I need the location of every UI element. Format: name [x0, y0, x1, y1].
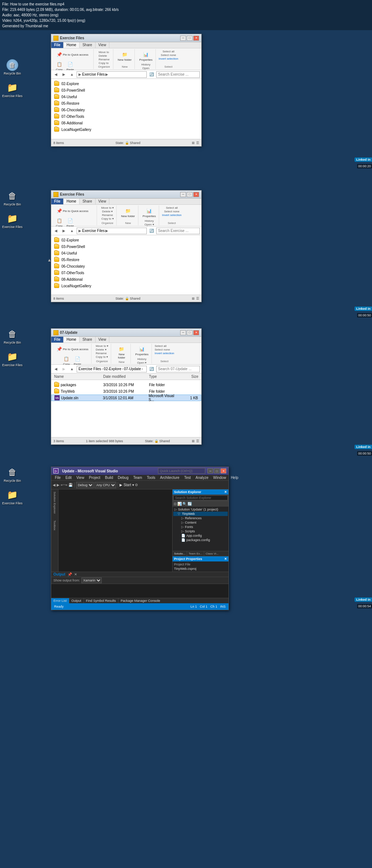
tab-view-3[interactable]: View	[96, 337, 110, 343]
back-btn-2[interactable]: ◀	[53, 228, 59, 234]
platform-select[interactable]: Any CPU	[94, 482, 116, 488]
up-btn-3[interactable]: ▲	[69, 366, 75, 372]
folder-item-2-7[interactable]: 08-Additional	[51, 276, 201, 283]
vs-minimize-btn[interactable]: ─	[207, 468, 213, 473]
menu-file[interactable]: File	[53, 475, 63, 480]
back-btn-3[interactable]: ◀	[53, 366, 59, 372]
folder-item-1-6[interactable]: 07-OtherTools	[51, 113, 201, 120]
se-references[interactable]: ▷ References	[173, 516, 228, 520]
se-refresh-btn[interactable]: 🔄	[187, 502, 192, 506]
tab-view-1[interactable]: View	[96, 42, 110, 48]
folder-item-2-6[interactable]: 07-OtherTools	[51, 269, 201, 276]
view-icon-3[interactable]: ⊞	[192, 439, 195, 443]
address-path-3[interactable]: Exercise Files › 02-Explore › 07-Update …	[77, 366, 147, 372]
pin-access-btn-2[interactable]: 📌 Pin to Quick access	[54, 206, 90, 216]
invert-selection-label-2[interactable]: Invert selection	[162, 213, 182, 217]
folder-item-1-5[interactable]: 06-Chocolatey	[51, 107, 201, 113]
minimize-btn-2[interactable]: ─	[180, 192, 186, 197]
new-folder-btn-1[interactable]: 📁 New folder	[116, 50, 133, 63]
properties-btn-1[interactable]: 📊 Properties	[138, 50, 154, 63]
vs-close-btn[interactable]: ✕	[221, 468, 226, 473]
back-btn-1[interactable]: ◀	[53, 71, 59, 78]
se-search-input[interactable]	[173, 495, 228, 500]
refresh-btn-2[interactable]: 🔄	[148, 228, 155, 234]
se-app-config[interactable]: 📄 App.config	[173, 533, 228, 538]
close-btn-1[interactable]: ✕	[193, 36, 199, 41]
recycle-bin-icon-3[interactable]: 🗑 Recycle Bin	[1, 328, 23, 344]
start-btn[interactable]: ▶ Start ▾	[120, 483, 134, 487]
se-tab-teamex[interactable]: Team Ex...	[187, 551, 204, 556]
forward-btn-1[interactable]: ▶	[61, 71, 67, 78]
minimize-btn-1[interactable]: ─	[180, 36, 186, 41]
tab-file-2[interactable]: File	[51, 199, 64, 204]
se-show-all-btn[interactable]: 🔍	[182, 502, 187, 506]
recycle-bin-icon-1[interactable]: 🗑 Recycle Bin	[1, 59, 23, 75]
file-row-3-3[interactable]: VS Update.sln 3/1/2016 12:01 AM Microsof…	[51, 395, 201, 401]
se-close-btn[interactable]: ✕	[224, 490, 227, 494]
close-btn-3[interactable]: ✕	[193, 330, 199, 335]
properties-btn-2[interactable]: 📊 Properties	[141, 206, 157, 219]
search-input-2[interactable]	[156, 228, 200, 234]
menu-tools[interactable]: Tools	[145, 475, 157, 480]
output-pin[interactable]: 📌	[68, 572, 72, 576]
menu-help[interactable]: Help	[229, 475, 240, 480]
se-project-tinyweb[interactable]: ▽ TinyWeb	[173, 512, 228, 516]
folder-item-1-3[interactable]: 04-Useful	[51, 93, 201, 100]
properties-btn-3[interactable]: 📊 Properties	[134, 344, 150, 357]
tab-share-1[interactable]: Share	[80, 42, 96, 48]
menu-project[interactable]: Project	[87, 475, 102, 480]
tab-home-2[interactable]: Home	[64, 199, 80, 204]
recycle-bin-icon-4[interactable]: 🗑 Recycle Bin	[1, 467, 23, 483]
folder-item-2-1[interactable]: 02-Explore	[51, 237, 201, 243]
se-tab-solution[interactable]: Solutio...	[173, 551, 187, 556]
se-content[interactable]: ▷ Content	[173, 520, 228, 525]
pp-close-btn[interactable]: ✕	[224, 557, 227, 561]
forward-btn-3[interactable]: ▶	[61, 366, 67, 372]
address-path-1[interactable]: ▶ Exercise Files ▶	[77, 71, 147, 78]
refresh-btn-3[interactable]: 🔄	[148, 366, 155, 372]
menu-view[interactable]: View	[74, 475, 86, 480]
tab-error-list[interactable]: Error List	[51, 598, 69, 603]
se-collapse-all-btn[interactable]: ⊟	[174, 502, 177, 506]
folder-item-1-7[interactable]: 08-Additional	[51, 120, 201, 126]
folder-item-2-8[interactable]: LocalNugetGallery	[51, 283, 201, 289]
menu-edit[interactable]: Edit	[63, 475, 74, 480]
tab-package-manager[interactable]: Package Manager Console	[118, 598, 162, 603]
pin-access-btn-1[interactable]: 📌 Pin to Quick access	[54, 50, 90, 59]
solution-explorer-sidebar-btn[interactable]: Solution Explorer	[52, 491, 57, 515]
menu-architecture[interactable]: Architecture	[158, 475, 182, 480]
tab-home-3[interactable]: Home	[64, 337, 80, 343]
up-btn-1[interactable]: ▲	[69, 71, 75, 78]
close-btn-2[interactable]: ✕	[193, 192, 199, 197]
se-scripts[interactable]: ▷ Scripts	[173, 529, 228, 533]
folder-item-2-2[interactable]: 03-PowerShell	[51, 243, 201, 250]
menu-team[interactable]: Team	[131, 475, 144, 480]
tab-output[interactable]: Output	[69, 598, 84, 603]
search-input-1[interactable]	[156, 71, 200, 78]
exercise-files-icon-1[interactable]: 📁 Exercise Files	[1, 82, 23, 98]
debug-config-select[interactable]: Debug	[76, 482, 94, 488]
vs-maximize-btn[interactable]: □	[214, 468, 220, 473]
view-list-icon-3[interactable]: ☰	[196, 439, 199, 443]
folder-item-2-4[interactable]: 05-Restore	[51, 256, 201, 263]
col-header-date[interactable]: Date modified	[103, 375, 147, 379]
invert-selection-3[interactable]: Invert selection	[155, 352, 174, 355]
forward-btn-2[interactable]: ▶	[61, 228, 67, 234]
menu-debug[interactable]: Debug	[116, 475, 130, 480]
toolbox-sidebar-btn[interactable]: Toolbox	[52, 520, 57, 531]
file-row-3-1[interactable]: packages 3/3/2016 10:26 PM File folder	[51, 381, 201, 388]
address-path-2[interactable]: ▶ Exercise Files ▶	[77, 228, 147, 234]
refresh-btn-1[interactable]: 🔄	[148, 71, 155, 78]
exercise-files-icon-4[interactable]: 📁 Exercise Files	[1, 489, 23, 505]
folder-item-1-8[interactable]: LocalNugetGallery	[51, 126, 201, 133]
exercise-files-icon-2[interactable]: 📁 Exercise Files	[1, 213, 23, 229]
recycle-bin-icon-2[interactable]: 🗑 Recycle Bin	[1, 190, 23, 206]
folder-item-1-1[interactable]: 02-Explore	[51, 80, 201, 87]
maximize-btn-1[interactable]: □	[187, 36, 193, 41]
exercise-files-icon-3[interactable]: 📁 Exercise Files	[1, 351, 23, 367]
search-input-3[interactable]	[156, 366, 200, 372]
col-header-type[interactable]: Type	[149, 375, 178, 379]
up-btn-2[interactable]: ▲	[69, 228, 75, 234]
menu-build[interactable]: Build	[103, 475, 115, 480]
tab-home-1[interactable]: Home	[64, 42, 80, 48]
